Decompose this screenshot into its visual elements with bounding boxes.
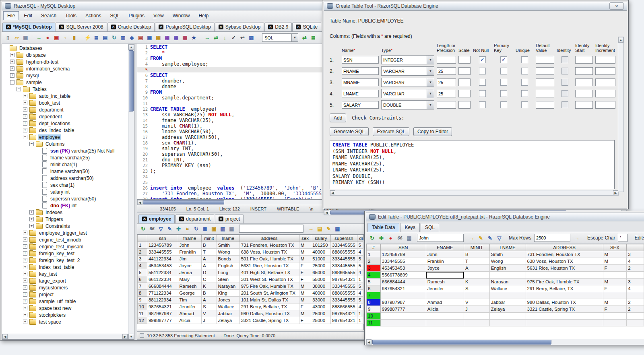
collapse-icon[interactable]: −: [17, 87, 21, 91]
expand-icon[interactable]: +: [23, 292, 27, 297]
expand-icon[interactable]: +: [29, 224, 34, 228]
chevron-down-icon[interactable]: ▼: [427, 89, 434, 98]
cell[interactable]: 2: [627, 265, 644, 272]
create-table-titlebar[interactable]: Create Table Tool - RazorSQL Database En…: [324, 2, 627, 10]
default-value-input[interactable]: [536, 67, 554, 75]
cell[interactable]: Ramesh: [426, 279, 464, 285]
column-header-fname[interactable]: fname: [178, 235, 202, 241]
tree-item[interactable]: +Indexes: [3, 209, 127, 216]
cell[interactable]: [489, 313, 526, 320]
tree-item[interactable]: +Triggers: [3, 216, 127, 223]
edit-table-icon[interactable]: ▦: [146, 34, 153, 41]
table-row[interactable]: 5666884444RameshKNarayan975 Fire Oak, Hu…: [367, 279, 644, 285]
identity-checkbox[interactable]: [561, 101, 568, 108]
view-icon[interactable]: 66: [396, 234, 404, 242]
not-null-checkbox[interactable]: [479, 101, 486, 108]
cell[interactable]: 987654321: [331, 310, 357, 317]
column-header-ADDRESS[interactable]: ADDRESS: [526, 244, 603, 251]
cell[interactable]: Ahmad: [178, 310, 202, 317]
scroll-up-icon[interactable]: ▲: [128, 44, 134, 50]
cell[interactable]: M: [299, 248, 311, 255]
tree-item[interactable]: +mycustomers: [3, 284, 127, 291]
cell[interactable]: English: [217, 262, 239, 269]
column-header-LNAME[interactable]: LNAME: [489, 244, 526, 251]
add-column-button[interactable]: Add: [330, 114, 346, 122]
cell[interactable]: [380, 313, 426, 320]
tree-item[interactable]: +auto_inc_table: [3, 93, 127, 99]
chevron-down-icon[interactable]: ▼: [427, 101, 434, 109]
identity-increment-input[interactable]: [595, 78, 615, 86]
tree-item[interactable]: address varchar(50): [3, 175, 127, 182]
cell[interactable]: 5631 Rice, Houston TX: [239, 262, 299, 269]
menu-tools[interactable]: Tools: [61, 11, 80, 20]
cell[interactable]: M: [603, 258, 627, 265]
unique-checkbox[interactable]: [521, 101, 528, 108]
describe-icon[interactable]: ≣: [93, 34, 100, 41]
expand-icon[interactable]: +: [10, 53, 14, 57]
table-row[interactable]: 3453453453JoyceAEnglish5631 Rice, Housto…: [367, 265, 644, 272]
close-tab-icon[interactable]: ✕: [159, 25, 163, 29]
cell[interactable]: 453453453: [380, 265, 426, 272]
cell[interactable]: V: [202, 310, 217, 317]
cell[interactable]: [603, 313, 627, 320]
cell[interactable]: F: [603, 265, 627, 272]
chevron-down-icon[interactable]: ▼: [427, 56, 434, 64]
cell[interactable]: Jabbar: [217, 310, 239, 317]
close-tab-icon[interactable]: ✕: [219, 217, 223, 221]
cell[interactable]: 65000: [311, 269, 331, 276]
cell[interactable]: M: [299, 283, 311, 289]
create-table-icon[interactable]: ▦: [155, 34, 162, 41]
cell[interactable]: F: [603, 285, 627, 292]
tree-item[interactable]: −employee: [3, 134, 127, 140]
cell[interactable]: Jenna: [178, 269, 202, 276]
cell[interactable]: 975 Fire Oak, Humble TX: [526, 279, 603, 285]
tab-table-data[interactable]: Table Data: [367, 223, 399, 232]
cell[interactable]: M: [299, 255, 311, 262]
cell[interactable]: 101 Main St, Dallas TX: [239, 296, 299, 303]
close-tab-icon[interactable]: ✕: [296, 25, 301, 29]
cell[interactable]: F: [299, 276, 311, 283]
cell[interactable]: 4: [627, 258, 644, 265]
cell[interactable]: 301 West St. Houston TX: [239, 276, 299, 283]
export-icon[interactable]: ▦: [172, 34, 180, 41]
column-header-SSN[interactable]: SSN: [380, 244, 426, 251]
scale-input[interactable]: [458, 78, 471, 86]
cell[interactable]: [426, 313, 464, 320]
results-grid[interactable]: ssnfnameminitlnameaddresssexsalarysupers…: [137, 235, 369, 324]
edit-cell-icon[interactable]: ✎: [325, 225, 332, 233]
go-search-icon[interactable]: →: [307, 225, 315, 233]
cell[interactable]: 40000: [311, 248, 331, 255]
cell[interactable]: [380, 292, 426, 299]
cell[interactable]: 38000: [311, 283, 331, 289]
cell[interactable]: Stein: [217, 276, 239, 283]
cell[interactable]: F: [299, 269, 311, 276]
connect-icon[interactable]: →: [35, 34, 43, 41]
scroll-right-icon[interactable]: ▶: [122, 334, 128, 339]
connection-tab-5[interactable]: ✕Sybase Desktop: [215, 23, 264, 31]
column-name-input[interactable]: [342, 67, 379, 75]
identity-checkbox[interactable]: [561, 79, 568, 86]
column-header-SEX[interactable]: SEX: [603, 244, 627, 251]
expand-icon[interactable]: +: [23, 265, 27, 269]
tree-item[interactable]: +dependent: [3, 113, 127, 120]
fetch-icon[interactable]: ↓: [221, 34, 229, 41]
column-name-input[interactable]: [342, 78, 379, 86]
connection-tab-4[interactable]: ✕PostgreSQL Desktop: [155, 23, 214, 31]
connection-tab-3[interactable]: ✕Oracle Desktop: [107, 23, 155, 31]
cell[interactable]: 43000: [311, 303, 331, 310]
close-icon[interactable]: ✕: [609, 2, 624, 10]
max-rows-input[interactable]: [534, 234, 570, 242]
cell[interactable]: Jones: [217, 296, 239, 303]
scroll-left-icon[interactable]: ◀: [324, 210, 329, 215]
length-input[interactable]: [437, 101, 456, 109]
go-icon[interactable]: →: [203, 34, 211, 41]
column-header-FNAME[interactable]: FNAME: [426, 244, 464, 251]
cell[interactable]: [526, 313, 603, 320]
clipboard-icon[interactable]: ▥: [119, 34, 127, 41]
close-tab-icon[interactable]: ✕: [179, 217, 184, 221]
cell[interactable]: A: [202, 296, 217, 303]
dialog-vertical-scrollbar[interactable]: ▲: [618, 37, 624, 192]
tree-horizontal-scrollbar[interactable]: ◀ ▶: [2, 334, 128, 339]
copy-to-editor-button[interactable]: Copy to Editor: [413, 127, 452, 136]
escape-char-input[interactable]: [618, 234, 627, 242]
